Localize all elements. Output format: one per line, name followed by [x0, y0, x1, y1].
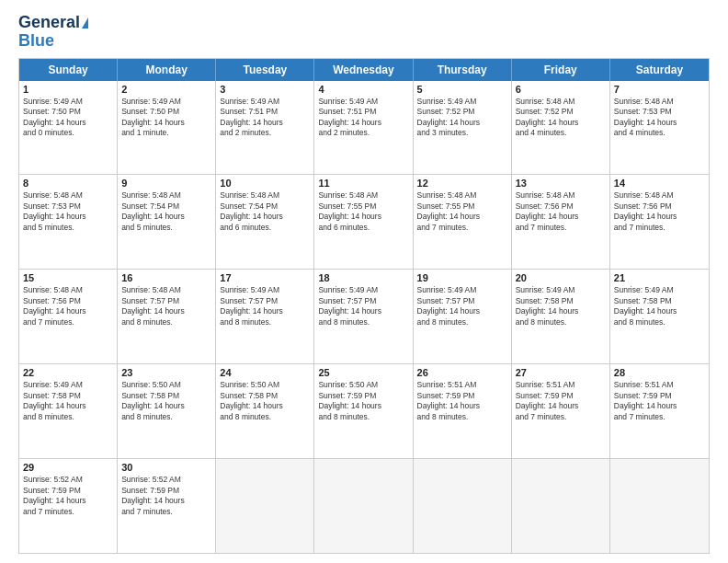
weekday-header: Sunday [19, 59, 118, 81]
calendar-cell: 11Sunrise: 5:48 AMSunset: 7:55 PMDayligh… [314, 175, 413, 269]
calendar-cell: 18Sunrise: 5:49 AMSunset: 7:57 PMDayligh… [314, 270, 413, 363]
weekday-header: Saturday [610, 59, 709, 81]
calendar-row: 15Sunrise: 5:48 AMSunset: 7:56 PMDayligh… [19, 270, 709, 364]
day-number: 20 [516, 272, 606, 283]
weekday-header: Thursday [414, 59, 512, 81]
day-number: 22 [23, 367, 113, 378]
calendar-cell: 16Sunrise: 5:48 AMSunset: 7:57 PMDayligh… [118, 270, 216, 363]
day-number: 18 [318, 272, 408, 283]
calendar-cell: 5Sunrise: 5:49 AMSunset: 7:52 PMDaylight… [414, 81, 512, 175]
weekday-header: Friday [512, 59, 610, 81]
cell-info: Sunrise: 5:50 AMSunset: 7:59 PMDaylight:… [318, 380, 408, 422]
calendar-cell: 22Sunrise: 5:49 AMSunset: 7:58 PMDayligh… [19, 364, 118, 458]
calendar-cell: 1Sunrise: 5:49 AMSunset: 7:50 PMDaylight… [19, 81, 118, 175]
day-number: 11 [318, 178, 408, 189]
calendar-cell: 12Sunrise: 5:48 AMSunset: 7:55 PMDayligh… [414, 175, 512, 269]
calendar-cell: 6Sunrise: 5:48 AMSunset: 7:52 PMDaylight… [512, 81, 610, 175]
cell-info: Sunrise: 5:49 AMSunset: 7:52 PMDaylight:… [417, 97, 507, 139]
calendar-cell: 2Sunrise: 5:49 AMSunset: 7:50 PMDaylight… [118, 81, 216, 175]
calendar-cell: 7Sunrise: 5:48 AMSunset: 7:53 PMDaylight… [610, 81, 709, 175]
cell-info: Sunrise: 5:49 AMSunset: 7:57 PMDaylight:… [417, 285, 507, 327]
cell-info: Sunrise: 5:48 AMSunset: 7:55 PMDaylight:… [318, 190, 408, 233]
day-number: 27 [516, 367, 606, 378]
day-number: 14 [614, 178, 705, 189]
calendar-header: SundayMondayTuesdayWednesdayThursdayFrid… [19, 59, 709, 81]
page: General Blue SundayMondayTuesdayWednesda… [0, 0, 728, 563]
day-number: 5 [417, 84, 507, 95]
header: General Blue [18, 14, 710, 51]
calendar-cell: 25Sunrise: 5:50 AMSunset: 7:59 PMDayligh… [314, 364, 413, 458]
calendar-cell [216, 459, 314, 553]
calendar-cell [414, 459, 512, 553]
cell-info: Sunrise: 5:51 AMSunset: 7:59 PMDaylight:… [516, 380, 606, 422]
day-number: 19 [417, 272, 507, 283]
day-number: 23 [121, 367, 211, 378]
day-number: 9 [121, 178, 211, 189]
day-number: 16 [121, 272, 211, 283]
cell-info: Sunrise: 5:48 AMSunset: 7:54 PMDaylight:… [220, 190, 310, 233]
cell-info: Sunrise: 5:48 AMSunset: 7:55 PMDaylight:… [417, 190, 507, 233]
cell-info: Sunrise: 5:48 AMSunset: 7:53 PMDaylight:… [614, 97, 705, 139]
calendar-cell: 15Sunrise: 5:48 AMSunset: 7:56 PMDayligh… [19, 270, 118, 363]
calendar: SundayMondayTuesdayWednesdayThursdayFrid… [18, 58, 710, 554]
day-number: 6 [516, 84, 606, 95]
day-number: 2 [121, 84, 211, 95]
cell-info: Sunrise: 5:48 AMSunset: 7:56 PMDaylight:… [614, 190, 705, 233]
calendar-cell: 17Sunrise: 5:49 AMSunset: 7:57 PMDayligh… [216, 270, 314, 363]
calendar-cell: 3Sunrise: 5:49 AMSunset: 7:51 PMDaylight… [216, 81, 314, 175]
day-number: 13 [516, 178, 606, 189]
calendar-cell: 26Sunrise: 5:51 AMSunset: 7:59 PMDayligh… [414, 364, 512, 458]
calendar-cell: 23Sunrise: 5:50 AMSunset: 7:58 PMDayligh… [118, 364, 216, 458]
day-number: 1 [23, 84, 113, 95]
calendar-row: 1Sunrise: 5:49 AMSunset: 7:50 PMDaylight… [19, 81, 709, 176]
logo: General Blue [18, 14, 88, 51]
calendar-row: 8Sunrise: 5:48 AMSunset: 7:53 PMDaylight… [19, 175, 709, 270]
logo-general: General [18, 14, 80, 32]
day-number: 10 [220, 178, 310, 189]
cell-info: Sunrise: 5:49 AMSunset: 7:58 PMDaylight:… [23, 380, 113, 422]
cell-info: Sunrise: 5:51 AMSunset: 7:59 PMDaylight:… [614, 380, 705, 422]
cell-info: Sunrise: 5:51 AMSunset: 7:59 PMDaylight:… [417, 380, 507, 422]
calendar-cell: 30Sunrise: 5:52 AMSunset: 7:59 PMDayligh… [118, 459, 216, 553]
cell-info: Sunrise: 5:50 AMSunset: 7:58 PMDaylight:… [121, 380, 211, 422]
calendar-cell: 13Sunrise: 5:48 AMSunset: 7:56 PMDayligh… [512, 175, 610, 269]
calendar-row: 29Sunrise: 5:52 AMSunset: 7:59 PMDayligh… [19, 459, 709, 553]
cell-info: Sunrise: 5:48 AMSunset: 7:56 PMDaylight:… [516, 190, 606, 233]
day-number: 8 [23, 178, 113, 189]
logo-blue: Blue [18, 32, 54, 51]
calendar-cell: 28Sunrise: 5:51 AMSunset: 7:59 PMDayligh… [610, 364, 709, 458]
calendar-cell: 4Sunrise: 5:49 AMSunset: 7:51 PMDaylight… [314, 81, 413, 175]
day-number: 15 [23, 272, 113, 283]
cell-info: Sunrise: 5:48 AMSunset: 7:57 PMDaylight:… [121, 285, 211, 327]
day-number: 3 [220, 84, 310, 95]
cell-info: Sunrise: 5:49 AMSunset: 7:58 PMDaylight:… [516, 285, 606, 327]
calendar-cell [610, 459, 709, 553]
weekday-header: Wednesday [314, 59, 413, 81]
cell-info: Sunrise: 5:49 AMSunset: 7:57 PMDaylight:… [318, 285, 408, 327]
calendar-cell: 14Sunrise: 5:48 AMSunset: 7:56 PMDayligh… [610, 175, 709, 269]
cell-info: Sunrise: 5:49 AMSunset: 7:51 PMDaylight:… [220, 97, 310, 139]
day-number: 17 [220, 272, 310, 283]
cell-info: Sunrise: 5:50 AMSunset: 7:58 PMDaylight:… [220, 380, 310, 422]
day-number: 4 [318, 84, 408, 95]
calendar-cell: 19Sunrise: 5:49 AMSunset: 7:57 PMDayligh… [414, 270, 512, 363]
day-number: 7 [614, 84, 705, 95]
calendar-body: 1Sunrise: 5:49 AMSunset: 7:50 PMDaylight… [19, 81, 709, 553]
logo-triangle-icon [82, 17, 88, 29]
cell-info: Sunrise: 5:49 AMSunset: 7:50 PMDaylight:… [121, 97, 211, 139]
cell-info: Sunrise: 5:49 AMSunset: 7:57 PMDaylight:… [220, 285, 310, 327]
cell-info: Sunrise: 5:52 AMSunset: 7:59 PMDaylight:… [121, 475, 211, 517]
cell-info: Sunrise: 5:49 AMSunset: 7:51 PMDaylight:… [318, 97, 408, 139]
calendar-cell [512, 459, 610, 553]
day-number: 28 [614, 367, 705, 378]
cell-info: Sunrise: 5:49 AMSunset: 7:50 PMDaylight:… [23, 97, 113, 139]
cell-info: Sunrise: 5:49 AMSunset: 7:58 PMDaylight:… [614, 285, 705, 327]
day-number: 29 [23, 462, 113, 473]
calendar-row: 22Sunrise: 5:49 AMSunset: 7:58 PMDayligh… [19, 364, 709, 459]
cell-info: Sunrise: 5:48 AMSunset: 7:53 PMDaylight:… [23, 190, 113, 233]
calendar-cell: 9Sunrise: 5:48 AMSunset: 7:54 PMDaylight… [118, 175, 216, 269]
day-number: 30 [121, 462, 211, 473]
calendar-cell: 29Sunrise: 5:52 AMSunset: 7:59 PMDayligh… [19, 459, 118, 553]
calendar-cell: 8Sunrise: 5:48 AMSunset: 7:53 PMDaylight… [19, 175, 118, 269]
cell-info: Sunrise: 5:52 AMSunset: 7:59 PMDaylight:… [23, 475, 113, 517]
